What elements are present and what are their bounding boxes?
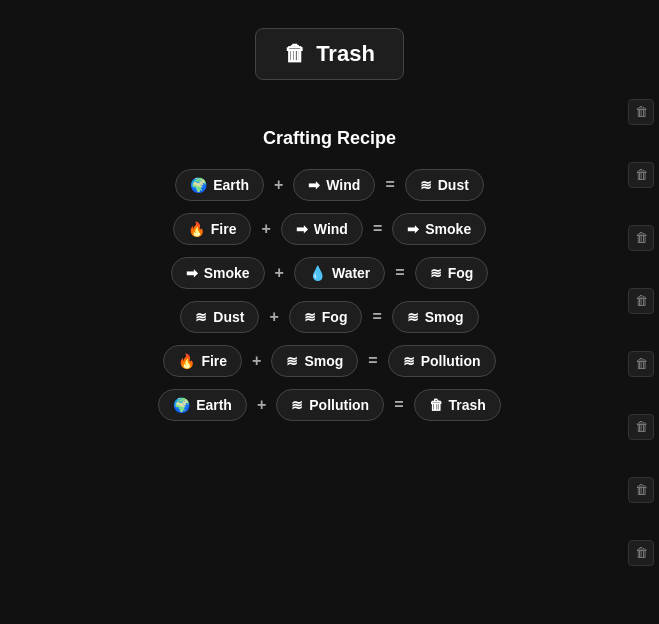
recipe-row: 🌍 Earth + ≋ Pollution = 🗑 Trash — [158, 389, 501, 421]
input1-label-4: Fire — [201, 353, 227, 369]
recipe-output-5[interactable]: 🗑 Trash — [414, 389, 501, 421]
trash-header-button[interactable]: 🗑 Trash — [255, 28, 404, 80]
input2-icon-1: ➡ — [296, 221, 308, 237]
recipe-op-2: + — [273, 264, 286, 282]
input1-icon-3: ≋ — [195, 309, 207, 325]
output-label-3: Smog — [425, 309, 464, 325]
output-icon-2: ≋ — [430, 265, 442, 281]
recipe-input2-2[interactable]: 💧 Water — [294, 257, 385, 289]
sidebar-trash-btn-2[interactable]: 🗑 — [628, 225, 654, 251]
recipe-input1-1[interactable]: 🔥 Fire — [173, 213, 252, 245]
recipe-output-2[interactable]: ≋ Fog — [415, 257, 489, 289]
recipe-eq-0: = — [383, 176, 396, 194]
output-label-1: Smoke — [425, 221, 471, 237]
input1-label-5: Earth — [196, 397, 232, 413]
recipe-input1-0[interactable]: 🌍 Earth — [175, 169, 264, 201]
input2-icon-3: ≋ — [304, 309, 316, 325]
recipe-op-5: + — [255, 396, 268, 414]
input1-label-2: Smoke — [204, 265, 250, 281]
recipe-output-0[interactable]: ≋ Dust — [405, 169, 484, 201]
recipe-input1-4[interactable]: 🔥 Fire — [163, 345, 242, 377]
recipe-input2-1[interactable]: ➡ Wind — [281, 213, 363, 245]
sidebar-trash-btn-7[interactable]: 🗑 — [628, 540, 654, 566]
input2-icon-2: 💧 — [309, 265, 326, 281]
recipe-input2-5[interactable]: ≋ Pollution — [276, 389, 384, 421]
recipe-input1-2[interactable]: ➡ Smoke — [171, 257, 265, 289]
recipe-row: ➡ Smoke + 💧 Water = ≋ Fog — [171, 257, 489, 289]
input2-label-2: Water — [332, 265, 370, 281]
recipe-op-3: + — [267, 308, 280, 326]
recipe-output-1[interactable]: ➡ Smoke — [392, 213, 486, 245]
output-icon-5: 🗑 — [429, 397, 443, 413]
input2-icon-0: ➡ — [308, 177, 320, 193]
input1-icon-4: 🔥 — [178, 353, 195, 369]
sidebar-trash-btn-4[interactable]: 🗑 — [628, 351, 654, 377]
recipe-eq-5: = — [392, 396, 405, 414]
right-trash-column: 🗑🗑🗑🗑🗑🗑🗑🗑 — [623, 0, 659, 624]
input1-label-3: Dust — [213, 309, 244, 325]
output-icon-0: ≋ — [420, 177, 432, 193]
input2-label-4: Smog — [304, 353, 343, 369]
recipe-input1-3[interactable]: ≋ Dust — [180, 301, 259, 333]
recipe-input2-0[interactable]: ➡ Wind — [293, 169, 375, 201]
output-label-4: Pollution — [421, 353, 481, 369]
sidebar-trash-btn-0[interactable]: 🗑 — [628, 99, 654, 125]
input2-label-0: Wind — [326, 177, 360, 193]
recipe-row: 🌍 Earth + ➡ Wind = ≋ Dust — [175, 169, 484, 201]
input1-icon-2: ➡ — [186, 265, 198, 281]
input2-icon-5: ≋ — [291, 397, 303, 413]
recipe-row: 🔥 Fire + ≋ Smog = ≋ Pollution — [163, 345, 495, 377]
output-icon-3: ≋ — [407, 309, 419, 325]
crafting-recipe-title: Crafting Recipe — [263, 128, 396, 149]
input2-label-1: Wind — [314, 221, 348, 237]
output-label-2: Fog — [448, 265, 474, 281]
recipe-row: ≋ Dust + ≋ Fog = ≋ Smog — [180, 301, 478, 333]
input1-icon-0: 🌍 — [190, 177, 207, 193]
sidebar-trash-btn-1[interactable]: 🗑 — [628, 162, 654, 188]
input2-label-3: Fog — [322, 309, 348, 325]
recipe-input1-5[interactable]: 🌍 Earth — [158, 389, 247, 421]
trash-header-label: Trash — [316, 41, 375, 67]
recipe-op-4: + — [250, 352, 263, 370]
output-icon-1: ➡ — [407, 221, 419, 237]
recipe-eq-4: = — [366, 352, 379, 370]
recipe-output-3[interactable]: ≋ Smog — [392, 301, 479, 333]
recipes-list: 🌍 Earth + ➡ Wind = ≋ Dust 🔥 Fire + ➡ Win… — [0, 169, 659, 421]
input1-label-0: Earth — [213, 177, 249, 193]
output-label-5: Trash — [449, 397, 486, 413]
output-icon-4: ≋ — [403, 353, 415, 369]
sidebar-trash-btn-6[interactable]: 🗑 — [628, 477, 654, 503]
recipe-input2-4[interactable]: ≋ Smog — [271, 345, 358, 377]
sidebar-trash-btn-5[interactable]: 🗑 — [628, 414, 654, 440]
recipe-output-4[interactable]: ≋ Pollution — [388, 345, 496, 377]
recipe-op-1: + — [259, 220, 272, 238]
recipe-eq-2: = — [393, 264, 406, 282]
sidebar-trash-btn-3[interactable]: 🗑 — [628, 288, 654, 314]
recipe-op-0: + — [272, 176, 285, 194]
trash-header-icon: 🗑 — [284, 41, 306, 67]
output-label-0: Dust — [438, 177, 469, 193]
input1-icon-5: 🌍 — [173, 397, 190, 413]
input2-label-5: Pollution — [309, 397, 369, 413]
input1-label-1: Fire — [211, 221, 237, 237]
recipe-eq-3: = — [370, 308, 383, 326]
recipe-eq-1: = — [371, 220, 384, 238]
recipe-input2-3[interactable]: ≋ Fog — [289, 301, 363, 333]
input2-icon-4: ≋ — [286, 353, 298, 369]
input1-icon-1: 🔥 — [188, 221, 205, 237]
recipe-row: 🔥 Fire + ➡ Wind = ➡ Smoke — [173, 213, 486, 245]
